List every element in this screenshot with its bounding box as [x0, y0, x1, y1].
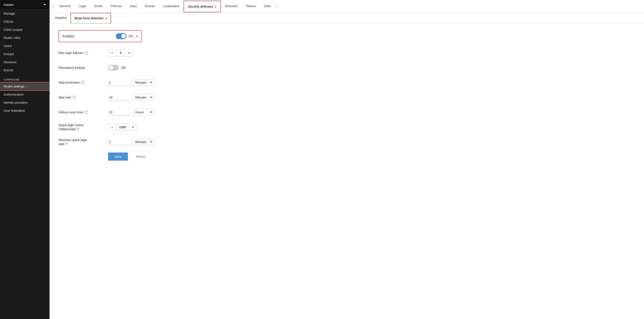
tab-client[interactable]: Clien: [260, 1, 275, 12]
sidebar-item-clients[interactable]: Clients: [0, 17, 50, 26]
quick-login-check-value: 1000: [116, 124, 129, 130]
tab-events[interactable]: Events: [141, 1, 159, 12]
wait-increment-input[interactable]: [108, 79, 130, 86]
max-login-failures-row: Max login failures ? − 3 +: [58, 49, 635, 57]
sidebar-item-manage[interactable]: Manage: [0, 9, 50, 17]
revert-button[interactable]: Revert: [132, 153, 150, 161]
tab-general[interactable]: General: [55, 1, 74, 12]
sub-tab-headers[interactable]: Headers: [51, 13, 70, 23]
content-area: Enabled On 4 Max login failures ? −: [50, 23, 644, 319]
wait-increment-help-icon[interactable]: ?: [81, 81, 84, 84]
enabled-label: Enabled: [62, 34, 112, 38]
main-content: ‹ General Login Email Themes Keys Events…: [50, 0, 644, 319]
permanent-lockout-track: [108, 65, 119, 71]
max-wait-row: Max wait ? Seconds Minutes Hours Days: [58, 93, 635, 102]
permanent-lockout-label: Permanent lockout: [58, 66, 108, 69]
annotation-1: 1: [26, 85, 28, 88]
max-login-failures-increment[interactable]: +: [125, 49, 133, 56]
sidebar-item-authentication[interactable]: Authentication: [0, 90, 50, 98]
min-quick-login-wait-row: Minimum quick login wait ? Seconds Minut…: [58, 138, 635, 146]
sidebar-item-users[interactable]: Users: [0, 42, 50, 50]
sidebar-item-client-scopes[interactable]: Client scopes: [0, 26, 50, 34]
min-quick-login-wait-unit[interactable]: Seconds Minutes Hours Days: [133, 139, 154, 145]
failure-reset-time-label: Failure reset time ?: [58, 110, 108, 114]
min-quick-login-wait-control: Seconds Minutes Hours Days: [108, 139, 154, 145]
top-tabs: ‹ General Login Email Themes Keys Events…: [50, 0, 644, 13]
sidebar-item-realm-roles[interactable]: Realm roles: [0, 34, 50, 42]
tabs-prev-button[interactable]: ‹: [51, 0, 55, 12]
configure-section-label: Configure: [0, 74, 50, 82]
tab-keys[interactable]: Keys: [126, 1, 141, 12]
quick-login-check-help-icon[interactable]: ?: [77, 127, 79, 131]
wait-increment-label: Wait increment ?: [58, 81, 108, 84]
sidebar-item-realm-settings[interactable]: Realm settings 1: [0, 82, 50, 90]
max-wait-help-icon[interactable]: ?: [72, 96, 76, 99]
min-quick-login-wait-input[interactable]: [108, 139, 130, 145]
failure-reset-time-row: Failure reset time ? Seconds Minutes Hou…: [58, 108, 635, 116]
failure-reset-time-input[interactable]: [108, 109, 130, 116]
tabs-next-button[interactable]: ›: [275, 0, 279, 12]
annotation-3: 3: [106, 17, 107, 20]
chevron-down-icon: [44, 4, 46, 5]
tab-security-defenses[interactable]: Security defenses 2: [184, 1, 221, 12]
save-button[interactable]: Save: [108, 153, 128, 161]
failure-reset-time-control: Seconds Minutes Hours Days: [108, 109, 154, 116]
permanent-lockout-toggle[interactable]: [108, 65, 119, 71]
permanent-lockout-thumb: [109, 65, 113, 70]
max-login-failures-value: 3: [116, 50, 125, 56]
tab-login[interactable]: Login: [74, 1, 90, 12]
max-login-failures-decrement[interactable]: −: [108, 49, 116, 56]
max-login-failures-control: − 3 +: [108, 49, 133, 56]
failure-reset-time-unit[interactable]: Seconds Minutes Hours Days: [133, 109, 154, 116]
enabled-toggle-container: On 4: [116, 33, 138, 39]
wait-increment-control: Seconds Minutes Hours Days: [108, 79, 154, 86]
tab-sessions[interactable]: Sessions: [221, 1, 242, 12]
enabled-row: Enabled On 4: [58, 30, 142, 42]
quick-login-check-row: Quick login check milliseconds ? − 1000 …: [58, 123, 635, 131]
max-wait-label: Max wait ?: [58, 96, 108, 99]
quick-login-check-increment[interactable]: +: [129, 124, 137, 130]
toggle-thumb: [121, 34, 126, 38]
realm-name: master: [4, 3, 14, 6]
max-wait-control: Seconds Minutes Hours Days: [108, 94, 154, 101]
quick-login-check-control: − 1000 +: [108, 123, 137, 131]
sub-tabs: Headers Brute force detection 3: [50, 13, 644, 23]
max-login-failures-stepper: − 3 +: [108, 49, 133, 56]
sidebar-section-manage: Manage Clients Client scopes Realm roles…: [0, 9, 50, 74]
toggle-track: [116, 33, 126, 39]
sub-tab-brute-force[interactable]: Brute force detection 3: [70, 13, 111, 24]
quick-login-check-decrement[interactable]: −: [108, 124, 116, 130]
enabled-toggle[interactable]: [116, 33, 126, 39]
annotation-2: 2: [215, 5, 216, 8]
permanent-lockout-off-label: Off: [121, 66, 125, 69]
quick-login-check-stepper: − 1000 +: [108, 123, 137, 131]
max-login-failures-help-icon[interactable]: ?: [84, 51, 88, 55]
annotation-4: 4: [136, 35, 138, 38]
sidebar-item-groups[interactable]: Groups: [0, 50, 50, 58]
permanent-lockout-row: Permanent lockout Off: [58, 63, 635, 72]
tab-localization[interactable]: Localization: [159, 1, 184, 12]
max-wait-unit[interactable]: Seconds Minutes Hours Days: [133, 94, 154, 101]
sidebar-item-sessions[interactable]: Sessions: [0, 58, 50, 66]
failure-reset-time-help-icon[interactable]: ?: [84, 110, 88, 114]
sidebar: master Manage Clients Client scopes Real…: [0, 0, 50, 319]
sidebar-item-identity-providers[interactable]: Identity providers: [0, 98, 50, 107]
max-wait-input[interactable]: [108, 94, 130, 101]
permanent-lockout-control: Off: [108, 65, 125, 71]
min-quick-login-wait-label: Minimum quick login wait ?: [58, 138, 108, 146]
realm-selector[interactable]: master: [0, 0, 50, 9]
min-quick-login-wait-help-icon[interactable]: ?: [66, 142, 67, 146]
sidebar-item-events[interactable]: Events: [0, 66, 50, 74]
tab-tokens[interactable]: Tokens: [242, 1, 260, 12]
tab-email[interactable]: Email: [90, 1, 106, 12]
wait-increment-unit[interactable]: Seconds Minutes Hours Days: [133, 79, 154, 86]
enabled-on-label: On: [129, 34, 133, 38]
sidebar-item-user-federation[interactable]: User federation: [0, 107, 50, 115]
tab-themes[interactable]: Themes: [106, 1, 126, 12]
quick-login-check-label: Quick login check milliseconds ?: [58, 123, 108, 131]
action-buttons-row: Save Revert: [58, 153, 635, 161]
max-login-failures-label: Max login failures ?: [58, 51, 108, 55]
wait-increment-row: Wait increment ? Seconds Minutes Hours D…: [58, 78, 635, 87]
